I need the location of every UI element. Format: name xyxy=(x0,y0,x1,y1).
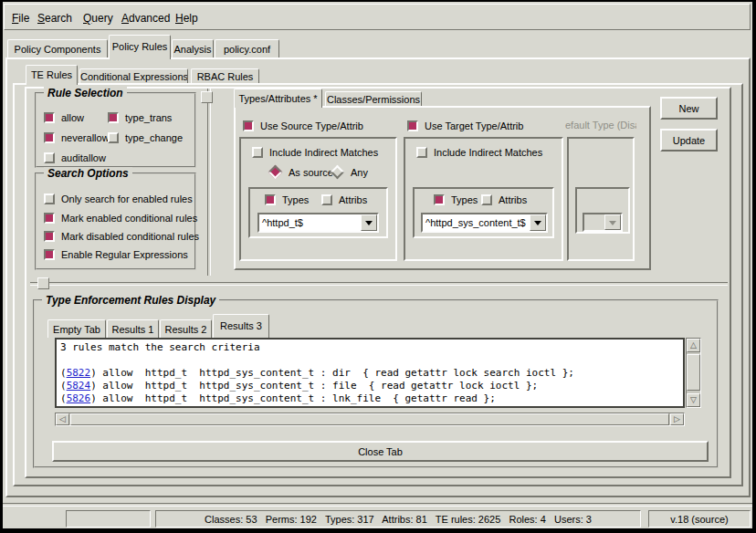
horizontal-scrollbar[interactable]: ◁ ▷ xyxy=(55,413,685,426)
rule-id-link[interactable]: 5824 xyxy=(67,380,91,392)
checkbox-target-attribs[interactable]: Attribs xyxy=(481,193,527,205)
rule-text: ( xyxy=(60,380,67,392)
target-type-combobox[interactable]: ^httpd_sys_content_t$ xyxy=(421,213,548,233)
results-group-title: Type Enforcement Rules Display xyxy=(42,294,219,307)
update-button[interactable]: Update xyxy=(660,129,718,152)
tab-results-3[interactable]: Results 3 xyxy=(213,314,269,338)
apol-window: File Search Query Advanced Help Policy C… xyxy=(0,0,756,533)
target-type-value[interactable]: ^httpd_sys_content_t$ xyxy=(423,214,530,231)
rule-row: (5824) allow httpd_t httpd_sys_content_t… xyxy=(60,380,679,392)
checkbox-indicator xyxy=(434,194,445,205)
results-summary: 3 rules match the search criteria xyxy=(60,341,679,354)
checkbox-label: Include Indirect Matches xyxy=(269,147,378,158)
rule-text: ) allow httpd_t httpd_sys_content_t : fi… xyxy=(90,380,538,392)
rule-id-link[interactable]: 5822 xyxy=(67,367,91,379)
checkbox-use-target-type[interactable]: Use Target Type/Attrib xyxy=(407,120,523,131)
status-panel-stats: Classes: 53 Perms: 192 Types: 317 Attrib… xyxy=(155,510,641,528)
default-type-combobox xyxy=(583,213,623,232)
source-type-combobox[interactable]: ^httpd_t$ xyxy=(257,213,379,233)
source-type-value[interactable]: ^httpd_t$ xyxy=(259,214,361,231)
checkbox-source-attribs[interactable]: Attribs xyxy=(321,193,367,205)
horizontal-sash xyxy=(30,282,728,286)
rule-text: ( xyxy=(60,367,67,379)
checkbox-target-types[interactable]: Types xyxy=(434,193,478,205)
dropdown-arrow-button xyxy=(604,214,621,230)
new-button[interactable]: New xyxy=(660,97,718,120)
checkbox-indicator xyxy=(252,147,263,158)
radio-label: Any xyxy=(351,167,368,178)
checkbox-use-source-type[interactable]: Use Source Type/Attrib xyxy=(243,120,363,131)
rule-row: (5822) allow httpd_t httpd_sys_content_t… xyxy=(60,367,679,380)
rule-text: ( xyxy=(60,392,67,404)
chevron-down-icon xyxy=(609,221,616,229)
checkbox-label: Types xyxy=(282,194,309,205)
status-panel-version: v.18 (source) xyxy=(648,510,751,528)
close-tab-button[interactable]: Close Tab xyxy=(52,441,709,462)
chevron-down-icon xyxy=(365,221,373,229)
checkbox-label: Use Target Type/Attrib xyxy=(425,120,523,131)
checkbox-label: Types xyxy=(451,194,478,205)
radio-any[interactable]: Any xyxy=(331,166,368,178)
checkbox-indicator xyxy=(265,194,276,205)
checkbox-indicator xyxy=(321,194,332,205)
checkbox-label: Include Indirect Matches xyxy=(434,147,542,158)
radio-label: As source xyxy=(289,167,333,178)
radio-indicator xyxy=(331,165,345,180)
scroll-right-arrow-icon[interactable]: ▷ xyxy=(670,413,684,425)
checkbox-source-indirect[interactable]: Include Indirect Matches xyxy=(252,146,378,158)
scroll-up-arrow-icon[interactable]: △ xyxy=(687,339,700,352)
results-text-area[interactable]: 3 rules match the search criteria (5822)… xyxy=(55,338,685,408)
checkbox-indicator xyxy=(481,194,492,205)
rule-row: (5826) allow httpd_t httpd_sys_content_t… xyxy=(60,392,679,405)
checkbox-indicator xyxy=(407,120,418,131)
scroll-down-arrow-icon[interactable]: ▽ xyxy=(687,393,700,407)
vertical-scrollbar-thumb[interactable] xyxy=(687,354,700,391)
checkbox-indicator xyxy=(243,120,254,131)
dropdown-arrow-button[interactable] xyxy=(361,214,377,231)
checkbox-label: Attribs xyxy=(339,194,367,205)
checkbox-target-indirect[interactable]: Include Indirect Matches xyxy=(416,146,542,158)
status-panel-empty xyxy=(66,510,151,528)
checkbox-source-types[interactable]: Types xyxy=(265,193,309,205)
horizontal-scrollbar-thumb[interactable] xyxy=(70,413,669,425)
default-type-value xyxy=(584,214,604,230)
checkbox-label: Attribs xyxy=(499,194,527,205)
rule-id-link[interactable]: 5826 xyxy=(67,392,91,404)
scroll-left-arrow-icon[interactable]: ◁ xyxy=(56,413,69,425)
chevron-down-icon xyxy=(534,221,541,229)
checkbox-label: Use Source Type/Attrib xyxy=(260,120,363,131)
radio-indicator xyxy=(268,165,283,180)
rule-text: ) allow httpd_t httpd_sys_content_t : di… xyxy=(90,367,574,379)
horizontal-sash-handle[interactable] xyxy=(37,277,49,289)
tab-results-2[interactable]: Results 2 xyxy=(160,319,212,338)
radio-as-source[interactable]: As source xyxy=(268,166,333,178)
tab-results-1[interactable]: Results 1 xyxy=(107,319,159,338)
default-type-label: efault Type (Disa xyxy=(565,120,636,131)
tab-empty-tab[interactable]: Empty Tab xyxy=(47,319,106,338)
rule-text: ) allow httpd_t httpd_sys_content_t : ln… xyxy=(90,392,496,404)
checkbox-indicator xyxy=(416,147,427,158)
vertical-scrollbar[interactable]: △ ▽ xyxy=(686,338,701,408)
status-bar-separator xyxy=(2,503,752,507)
dropdown-arrow-button[interactable] xyxy=(530,214,546,231)
